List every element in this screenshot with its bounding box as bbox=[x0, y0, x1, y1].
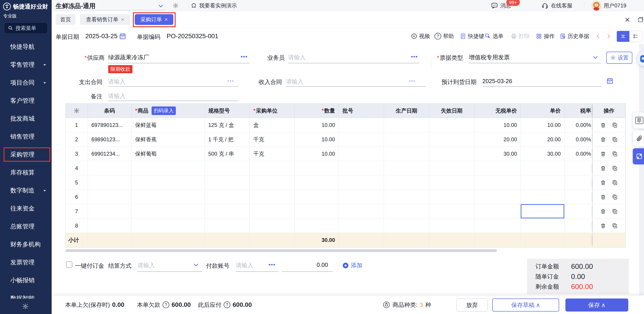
cell-qty[interactable]: 10.00 bbox=[294, 132, 339, 147]
copy-row-icon[interactable] bbox=[612, 223, 618, 229]
sidebar-item-customer[interactable]: 客户管理 bbox=[0, 92, 52, 110]
cell-batch[interactable] bbox=[339, 161, 384, 176]
cell-spec[interactable]: 125 克 / 盒 bbox=[205, 118, 250, 132]
cell-qty[interactable]: 10.00 bbox=[294, 118, 339, 132]
cell-spec[interactable] bbox=[205, 161, 250, 176]
pick-order-button[interactable]: 选单 bbox=[484, 28, 504, 44]
income-contract-picker-icon[interactable]: ••• bbox=[409, 78, 416, 84]
calendar-icon[interactable] bbox=[606, 77, 614, 84]
chevron-down-icon[interactable] bbox=[158, 3, 164, 9]
cell-price[interactable]: 10.00 bbox=[521, 118, 564, 132]
cell-price[interactable] bbox=[521, 218, 564, 233]
cell-expire-date[interactable] bbox=[429, 132, 474, 147]
cell-prod-date[interactable] bbox=[384, 190, 429, 204]
cell-barcode[interactable]: 69901234... bbox=[88, 147, 132, 161]
cell-product[interactable]: 保鲜葡萄 bbox=[132, 147, 205, 161]
copy-row-icon[interactable] bbox=[612, 122, 618, 128]
cell-qty[interactable]: 10.00 bbox=[294, 147, 339, 161]
cell-unit[interactable]: 千克 bbox=[250, 147, 294, 161]
sidebar-item-project-contract[interactable]: 项目合同 bbox=[0, 74, 52, 92]
salesman-placeholder[interactable]: 请输入 bbox=[288, 54, 306, 61]
chevron-down-icon[interactable] bbox=[592, 54, 599, 61]
sidebar-item-funds[interactable]: 往来资金 bbox=[0, 200, 52, 218]
delete-row-icon[interactable] bbox=[600, 136, 606, 142]
sidebar-item-wholesale[interactable]: 批发商城 bbox=[0, 110, 52, 128]
workspace-gear-icon[interactable] bbox=[172, 2, 179, 9]
cell-product[interactable] bbox=[132, 218, 205, 233]
cell-price-notax[interactable] bbox=[474, 218, 521, 233]
cell-barcode[interactable]: 697890123... bbox=[88, 118, 132, 132]
cell-price[interactable] bbox=[521, 176, 564, 190]
save-button[interactable]: 保存 ∧ bbox=[566, 298, 628, 312]
workspace-select[interactable]: 生鲜冻品-通用 bbox=[56, 2, 96, 10]
delete-row-icon[interactable] bbox=[600, 122, 606, 128]
settings-button[interactable]: 设置 bbox=[606, 52, 632, 64]
hotkeys-button[interactable]: 快捷键 bbox=[460, 28, 484, 44]
chevron-down-icon[interactable] bbox=[193, 262, 200, 268]
arrival-date-value[interactable]: 2025-03-26 bbox=[482, 78, 512, 85]
supplier-value[interactable]: 绿源蔬果冷冻厂 bbox=[108, 54, 149, 61]
cell-barcode[interactable] bbox=[88, 218, 132, 233]
cell-prod-date[interactable] bbox=[384, 218, 429, 233]
cell-tax[interactable]: 0.00% bbox=[564, 147, 592, 161]
cell-spec[interactable] bbox=[205, 176, 250, 190]
cell-price-notax[interactable] bbox=[474, 176, 521, 190]
calendar-icon[interactable] bbox=[119, 32, 126, 40]
fullscreen-button[interactable] bbox=[633, 148, 644, 164]
cell-product[interactable] bbox=[132, 161, 205, 176]
salesman-picker-icon[interactable]: ••• bbox=[411, 54, 418, 60]
support-button[interactable]: 在线客服 bbox=[542, 0, 572, 11]
cell-barcode[interactable]: 69890123... bbox=[88, 132, 132, 147]
cell-prod-date[interactable] bbox=[384, 176, 429, 190]
doc-date-value[interactable]: 2025-03-25 bbox=[85, 32, 118, 40]
cell-tax[interactable]: 0.00% bbox=[564, 132, 592, 147]
video-button[interactable]: 视频 bbox=[411, 28, 430, 44]
sidebar-item-ledger[interactable]: 总账管理 bbox=[0, 218, 52, 236]
cell-expire-date[interactable] bbox=[429, 204, 474, 218]
sidebar-item-expense[interactable]: 小畅报销 bbox=[0, 271, 52, 289]
print-button[interactable]: 打印 bbox=[510, 28, 530, 44]
cell-price[interactable] bbox=[521, 190, 564, 204]
expense-contract-placeholder[interactable]: 请输入 bbox=[108, 78, 126, 86]
sidebar-item-sales[interactable]: 销售管理 bbox=[0, 128, 52, 146]
column-settings-gear-icon[interactable] bbox=[66, 104, 88, 118]
operations-button[interactable]: 操作 bbox=[536, 28, 555, 44]
cell-expire-date[interactable] bbox=[429, 147, 474, 161]
cell-unit[interactable] bbox=[250, 161, 294, 176]
cell-unit[interactable] bbox=[250, 204, 294, 218]
add-payment-button[interactable]: 添加 bbox=[342, 262, 362, 269]
cell-unit[interactable] bbox=[250, 190, 294, 204]
attachment-button[interactable] bbox=[633, 130, 644, 146]
cell-expire-date[interactable] bbox=[429, 218, 474, 233]
cell-tax[interactable] bbox=[564, 161, 592, 176]
cell-product[interactable]: 保鲜蓝莓 bbox=[132, 118, 205, 132]
cell-expire-date[interactable] bbox=[429, 161, 474, 176]
user-menu[interactable]: 用户0719 bbox=[592, 0, 626, 11]
cell-product[interactable]: 保鲜香蕉 bbox=[132, 132, 205, 147]
copy-row-icon[interactable] bbox=[612, 165, 618, 171]
save-draft-button[interactable]: 保存草稿 ∧ bbox=[492, 298, 559, 312]
cell-expire-date[interactable] bbox=[429, 118, 474, 132]
cell-prod-date[interactable] bbox=[384, 161, 429, 176]
cell-tax[interactable] bbox=[564, 176, 592, 190]
question-circle-icon[interactable]: ? bbox=[162, 302, 169, 308]
delete-row-icon[interactable] bbox=[600, 223, 606, 229]
tab-purchase-order[interactable]: 采购订单 × bbox=[135, 14, 173, 25]
delete-row-icon[interactable] bbox=[600, 180, 606, 186]
expand-window-icon[interactable] bbox=[637, 16, 644, 23]
cell-product[interactable] bbox=[132, 204, 205, 218]
horizontal-scrollbar[interactable] bbox=[65, 249, 497, 252]
cell-price[interactable]: 20.00 bbox=[521, 132, 564, 147]
cell-barcode[interactable] bbox=[88, 176, 132, 190]
cell-price[interactable]: 30.00 bbox=[521, 147, 564, 161]
cell-product[interactable] bbox=[132, 176, 205, 190]
cell-product[interactable] bbox=[132, 190, 205, 204]
cell-unit[interactable] bbox=[250, 218, 294, 233]
sidebar-item-purchase[interactable]: 采购管理 bbox=[0, 146, 52, 164]
cell-spec[interactable]: 500 克 / 串 bbox=[205, 147, 250, 161]
deposit-amount-value[interactable]: 0.00 bbox=[316, 262, 328, 268]
income-contract-placeholder[interactable]: 请输入 bbox=[286, 78, 303, 86]
cell-price-notax[interactable]: 10.00 bbox=[474, 118, 521, 132]
history-button[interactable]: 历史单据 bbox=[560, 28, 589, 44]
close-icon[interactable]: × bbox=[121, 16, 124, 23]
